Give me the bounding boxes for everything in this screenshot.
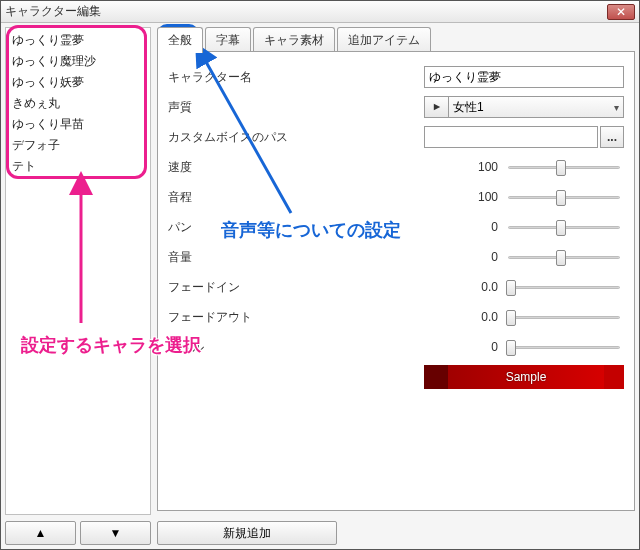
fadeout-slider[interactable]: [504, 308, 624, 326]
list-item[interactable]: ゆっくり早苗: [10, 114, 146, 135]
new-character-button[interactable]: 新規追加: [157, 521, 337, 545]
tab-additem[interactable]: 追加アイテム: [337, 27, 431, 53]
reorder-buttons: ▲ ▼: [5, 521, 151, 545]
list-item[interactable]: デフォ子: [10, 135, 146, 156]
volume-label: 音量: [168, 249, 318, 266]
speed-value: 100: [448, 160, 498, 174]
annotation-arrow-blue: [191, 43, 311, 223]
list-item[interactable]: ゆっくり魔理沙: [10, 51, 146, 72]
custom-voice-path-input[interactable]: [424, 126, 598, 148]
fadein-label: フェードイン: [168, 279, 318, 296]
pitch-value: 100: [448, 190, 498, 204]
sample-text: Sample: [448, 365, 604, 389]
fadein-slider[interactable]: [504, 278, 624, 296]
labelcolor-label: ラベル: [168, 339, 318, 356]
voice-select-value: 女性1: [453, 99, 484, 116]
titlebar: キャラクター編集 ✕: [1, 1, 639, 23]
fadeout-value: 0.0: [448, 310, 498, 324]
close-button[interactable]: ✕: [607, 4, 635, 20]
volume-slider[interactable]: [504, 248, 624, 266]
play-icon: [433, 103, 441, 111]
character-edit-window: キャラクター編集 ✕ ゆっくり霊夢 ゆっくり魔理沙 ゆっくり妖夢 きめぇ丸 ゆっ…: [0, 0, 640, 550]
triangle-down-icon: ▼: [110, 526, 122, 540]
pitch-slider[interactable]: [504, 188, 624, 206]
window-body: ゆっくり霊夢 ゆっくり魔理沙 ゆっくり妖夢 きめぇ丸 ゆっくり早苗 デフォ子 テ…: [1, 23, 639, 549]
list-item[interactable]: ゆっくり妖夢: [10, 72, 146, 93]
labelcolor-value: 0: [448, 340, 498, 354]
labelcolor-slider[interactable]: [504, 338, 624, 356]
browse-button[interactable]: ...: [600, 126, 624, 148]
annotation-arrow-pink: [61, 173, 101, 333]
triangle-up-icon: ▲: [35, 526, 47, 540]
list-item[interactable]: きめぇ丸: [10, 93, 146, 114]
fadein-value: 0.0: [448, 280, 498, 294]
pan-slider[interactable]: [504, 218, 624, 236]
tab-general[interactable]: 全般: [157, 27, 203, 53]
volume-value: 0: [448, 250, 498, 264]
close-icon: ✕: [616, 6, 626, 18]
window-title: キャラクター編集: [5, 3, 607, 20]
move-down-button[interactable]: ▼: [80, 521, 151, 545]
character-name-input[interactable]: ゆっくり霊夢: [424, 66, 624, 88]
svg-marker-0: [433, 104, 439, 110]
chevron-down-icon: ▾: [614, 102, 619, 113]
play-voice-button[interactable]: [424, 96, 448, 118]
label-color-preview: Sample: [424, 365, 624, 389]
fadeout-label: フェードアウト: [168, 309, 318, 326]
voice-select[interactable]: 女性1 ▾: [448, 96, 624, 118]
move-up-button[interactable]: ▲: [5, 521, 76, 545]
list-item[interactable]: ゆっくり霊夢: [10, 30, 146, 51]
svg-line-4: [201, 53, 291, 213]
pan-value: 0: [448, 220, 498, 234]
speed-slider[interactable]: [504, 158, 624, 176]
